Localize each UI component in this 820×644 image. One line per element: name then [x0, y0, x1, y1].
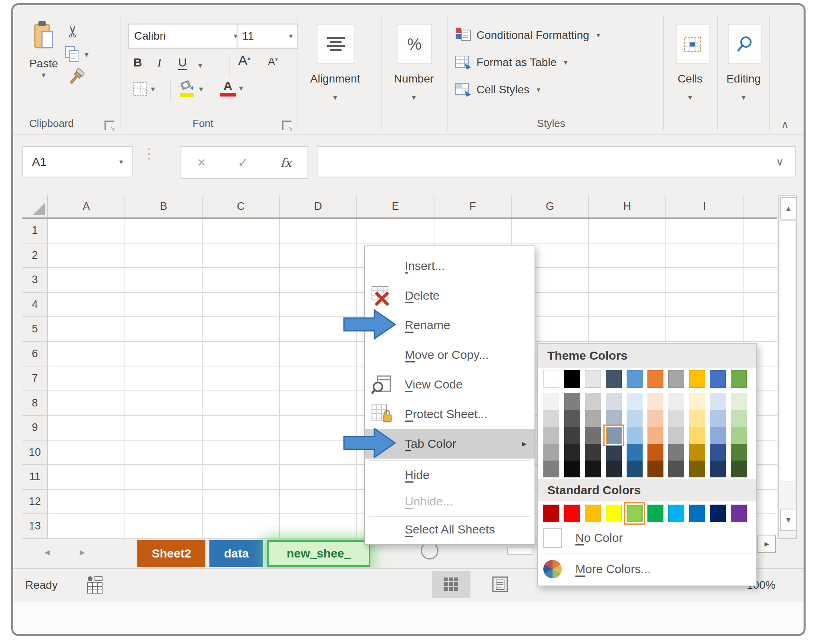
vertical-scrollbar[interactable]: ▴ ▾: [778, 195, 797, 539]
theme-color-swatch[interactable]: [585, 370, 601, 388]
theme-variant-swatch[interactable]: [710, 427, 726, 444]
increase-font-size-button[interactable]: A▴: [238, 52, 251, 68]
row-header-1[interactable]: 1: [22, 219, 47, 244]
theme-variant-swatch[interactable]: [668, 393, 684, 410]
theme-variant-swatch[interactable]: [564, 461, 580, 477]
theme-variant-swatch[interactable]: [710, 410, 726, 427]
theme-variant-swatch[interactable]: [668, 410, 684, 427]
paste-button[interactable]: Paste ▾: [24, 20, 63, 80]
row-header-2[interactable]: 2: [22, 244, 47, 268]
menu-item-delete[interactable]: Delete: [365, 281, 535, 310]
more-colors-item[interactable]: More Colors...: [538, 556, 756, 582]
sheet-tab-new_shee_[interactable]: new_shee_: [267, 540, 370, 567]
decrease-font-size-button[interactable]: A▾: [268, 56, 278, 68]
theme-variant-swatch[interactable]: [689, 461, 705, 477]
clipboard-dialog-launcher[interactable]: [105, 121, 114, 130]
row-header-11[interactable]: 11: [22, 465, 47, 490]
name-box[interactable]: A1 ▾: [22, 146, 133, 177]
theme-variant-swatch[interactable]: [689, 444, 705, 461]
standard-color-swatch[interactable]: [668, 505, 684, 522]
theme-variant-swatch[interactable]: [543, 410, 559, 427]
cell-styles-button[interactable]: Cell Styles ▾: [455, 80, 540, 99]
row-header-3[interactable]: 3: [22, 268, 47, 293]
theme-variant-swatch[interactable]: [668, 461, 684, 477]
standard-color-swatch[interactable]: [564, 505, 580, 522]
theme-variant-swatch[interactable]: [647, 427, 663, 444]
standard-color-swatch[interactable]: [710, 505, 726, 522]
scroll-down-button[interactable]: ▾: [780, 509, 797, 531]
column-header-B[interactable]: B: [125, 195, 203, 217]
theme-variant-swatch[interactable]: [668, 427, 684, 444]
row-header-4[interactable]: 4: [22, 293, 47, 318]
theme-variant-swatch[interactable]: [689, 427, 705, 444]
theme-color-swatch[interactable]: [731, 370, 747, 388]
theme-variant-swatch[interactable]: [731, 444, 747, 461]
italic-button[interactable]: I: [157, 56, 161, 69]
tab-scroll-left-button[interactable]: ◂: [44, 546, 50, 558]
cells-dropdown-chevron[interactable]: ▾: [663, 93, 717, 102]
theme-variant-swatch[interactable]: [564, 393, 580, 410]
theme-variant-swatch[interactable]: [543, 427, 559, 444]
row-header-12[interactable]: 12: [22, 490, 47, 515]
cells-button[interactable]: [676, 24, 709, 64]
theme-variant-swatch[interactable]: [585, 410, 601, 427]
theme-variant-swatch[interactable]: [731, 461, 747, 477]
copy-button[interactable]: ▾: [64, 45, 88, 64]
theme-variant-swatch[interactable]: [647, 393, 663, 410]
view-normal-button[interactable]: [432, 571, 470, 598]
column-header-G[interactable]: G: [512, 195, 589, 217]
selected-theme-swatch[interactable]: [606, 427, 622, 444]
name-box-chevron[interactable]: ▾: [119, 157, 123, 166]
font-name-select[interactable]: Calibri ▾: [129, 24, 243, 48]
font-dialog-launcher[interactable]: [282, 121, 291, 130]
fill-color-button[interactable]: ▾: [178, 79, 203, 99]
row-header-10[interactable]: 10: [22, 441, 47, 465]
theme-variant-swatch[interactable]: [627, 427, 643, 444]
font-color-button[interactable]: A ▾: [220, 80, 243, 97]
theme-variant-swatch[interactable]: [543, 461, 559, 477]
menu-item-move-or-copy---[interactable]: Move or Copy...: [365, 340, 535, 370]
formula-input[interactable]: ∨: [317, 146, 796, 177]
number-format-button[interactable]: %: [397, 24, 432, 64]
sheet-tab-data[interactable]: data: [209, 540, 263, 567]
theme-variant-swatch[interactable]: [710, 444, 726, 461]
theme-variant-swatch[interactable]: [627, 393, 643, 410]
theme-variant-swatch[interactable]: [564, 444, 580, 461]
borders-button[interactable]: ▾: [133, 81, 155, 97]
column-header-E[interactable]: E: [357, 195, 434, 217]
enter-check-icon[interactable]: ✓: [238, 155, 249, 170]
number-dropdown-chevron[interactable]: ▾: [381, 93, 447, 102]
theme-color-swatch[interactable]: [668, 370, 684, 388]
tab-list-right-button[interactable]: ▸: [758, 535, 776, 553]
editing-dropdown-chevron[interactable]: ▾: [717, 93, 770, 102]
row-header-13[interactable]: 13: [22, 514, 47, 539]
theme-variant-swatch[interactable]: [606, 461, 622, 477]
theme-variant-swatch[interactable]: [543, 444, 559, 461]
column-header-C[interactable]: C: [203, 195, 280, 217]
theme-variant-swatch[interactable]: [668, 444, 684, 461]
theme-variant-swatch[interactable]: [710, 393, 726, 410]
theme-variant-swatch[interactable]: [585, 461, 601, 477]
row-header-5[interactable]: 5: [22, 317, 47, 342]
alignment-button[interactable]: [317, 24, 355, 64]
theme-variant-swatch[interactable]: [731, 393, 747, 410]
select-all-corner[interactable]: [22, 195, 48, 219]
ribbon-collapse-chevron[interactable]: ∧: [781, 118, 789, 131]
theme-variant-swatch[interactable]: [585, 427, 601, 444]
theme-variant-swatch[interactable]: [647, 444, 663, 461]
theme-variant-swatch[interactable]: [585, 444, 601, 461]
theme-variant-swatch[interactable]: [543, 393, 559, 410]
theme-variant-swatch[interactable]: [647, 461, 663, 477]
format-painter-button[interactable]: [67, 68, 84, 88]
tab-scroll-right-button[interactable]: ▸: [80, 546, 85, 558]
view-page-layout-button[interactable]: [481, 571, 519, 598]
font-size-select[interactable]: 11 ▾: [237, 24, 298, 48]
column-header-I[interactable]: I: [666, 195, 744, 217]
theme-variant-swatch[interactable]: [627, 461, 643, 477]
column-header-F[interactable]: F: [434, 195, 512, 217]
macro-record-icon[interactable]: [86, 576, 105, 595]
scroll-up-button[interactable]: ▴: [780, 197, 797, 219]
theme-variant-swatch[interactable]: [564, 427, 580, 444]
standard-color-swatch[interactable]: [606, 505, 622, 522]
theme-color-swatch[interactable]: [606, 370, 622, 388]
